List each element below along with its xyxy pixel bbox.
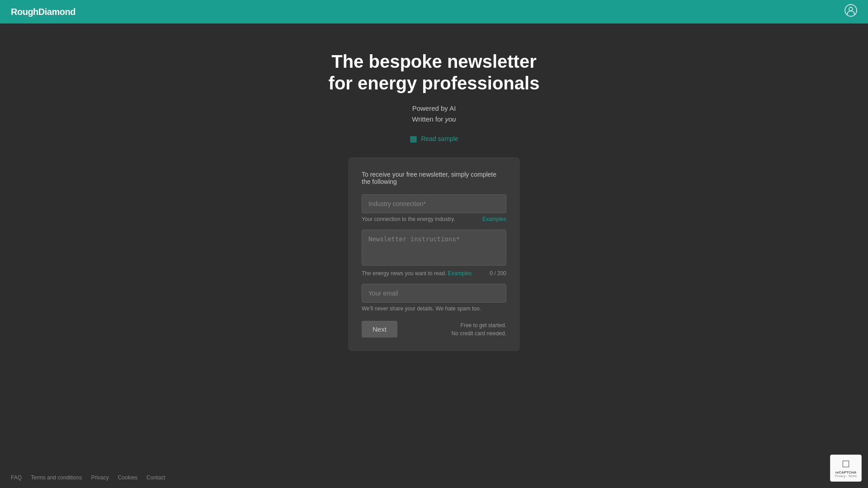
next-button[interactable]: Next: [362, 321, 397, 338]
hero-title: The bespoke newsletter for energy profes…: [329, 51, 540, 94]
svg-point-1: [849, 7, 853, 11]
industry-examples-link[interactable]: Examples: [482, 216, 506, 222]
hero-subtitle: Powered by AI Written for you: [412, 103, 456, 125]
form-container: To receive your free newsletter, simply …: [348, 157, 520, 351]
spam-note: We'll never share your details. We hate …: [362, 305, 506, 312]
main-content: The bespoke newsletter for energy profes…: [0, 23, 868, 467]
newsletter-instructions-textarea[interactable]: [362, 230, 506, 266]
svg-point-0: [845, 5, 857, 16]
char-count: 0 / 200: [490, 270, 506, 277]
email-group: We'll never share your details. We hate …: [362, 284, 506, 312]
industry-connection-group: Your connection to the energy industry. …: [362, 194, 506, 222]
recaptcha-icon: ☐: [842, 459, 850, 469]
footer-link-faq[interactable]: FAQ: [11, 474, 22, 481]
form-footer: Next Free to get started. No credit card…: [362, 321, 506, 338]
footer-link-privacy[interactable]: Privacy: [91, 474, 108, 481]
free-note: Free to get started. No credit card need…: [452, 321, 506, 338]
footer-link-terms-and-conditions[interactable]: Terms and conditions: [31, 474, 82, 481]
footer: FAQTerms and conditionsPrivacyCookiesCon…: [0, 467, 868, 488]
read-sample-link[interactable]: ▦ Read sample: [410, 134, 458, 144]
industry-connection-input[interactable]: [362, 194, 506, 213]
recaptcha-badge: ☐ reCAPTCHA Privacy - Terms: [830, 455, 862, 482]
header: RoughDiamond: [0, 0, 868, 23]
read-sample-icon: ▦: [410, 134, 417, 144]
newsletter-hint: The energy news you want to read. Exampl…: [362, 270, 506, 277]
email-input[interactable]: [362, 284, 506, 303]
footer-link-cookies[interactable]: Cookies: [118, 474, 137, 481]
form-intro: To receive your free newsletter, simply …: [362, 171, 506, 185]
account-icon[interactable]: [844, 4, 857, 20]
logo: RoughDiamond: [11, 7, 75, 17]
footer-link-contact[interactable]: Contact: [146, 474, 165, 481]
newsletter-instructions-group: The energy news you want to read. Exampl…: [362, 230, 506, 277]
newsletter-examples-link[interactable]: Examples: [448, 270, 472, 277]
industry-hint: Your connection to the energy industry. …: [362, 216, 506, 222]
